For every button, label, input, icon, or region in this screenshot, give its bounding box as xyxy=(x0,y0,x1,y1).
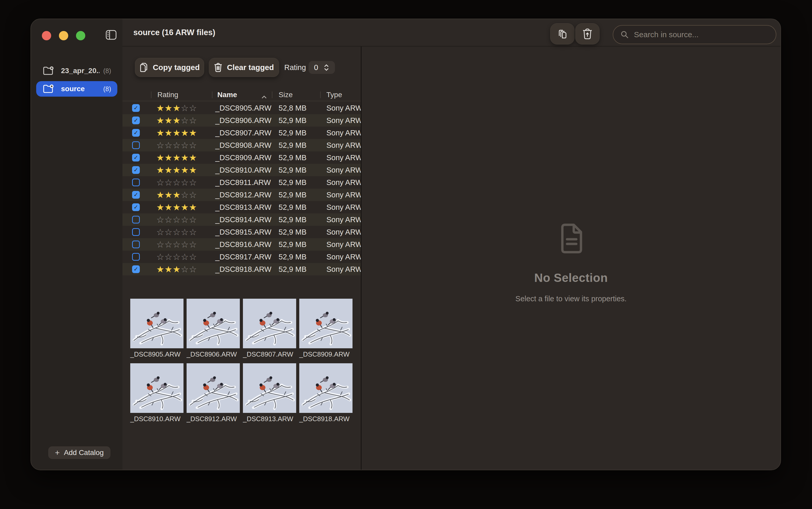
star-filled-icon[interactable]: ★ xyxy=(189,202,197,212)
star-filled-icon[interactable]: ★ xyxy=(164,165,172,175)
star-filled-icon[interactable]: ★ xyxy=(173,103,181,113)
star-empty-icon[interactable]: ☆ xyxy=(164,140,172,150)
star-empty-icon[interactable]: ☆ xyxy=(181,264,189,274)
row-rating-stars[interactable]: ☆☆☆☆☆ xyxy=(151,215,212,224)
thumbnail-item[interactable]: _DSC8912.ARW xyxy=(187,363,240,423)
star-filled-icon[interactable]: ★ xyxy=(164,103,172,113)
header-size[interactable]: Size xyxy=(272,89,320,101)
star-empty-icon[interactable]: ☆ xyxy=(181,115,189,125)
row-rating-stars[interactable]: ★★★☆☆ xyxy=(151,191,212,199)
header-rating[interactable]: Rating xyxy=(151,89,212,101)
star-empty-icon[interactable]: ☆ xyxy=(173,239,181,249)
table-row[interactable]: ☆☆☆☆☆_DSC8911.ARW52,9 MBSony ARW r xyxy=(123,176,361,189)
search-input[interactable] xyxy=(634,30,769,39)
row-rating-stars[interactable]: ★★★★★ xyxy=(151,203,212,212)
star-filled-icon[interactable]: ★ xyxy=(173,190,181,200)
star-empty-icon[interactable]: ☆ xyxy=(189,140,197,150)
close-window-button[interactable] xyxy=(42,31,51,40)
rating-stepper[interactable]: 0 xyxy=(309,61,335,74)
sidebar-toggle-icon[interactable] xyxy=(105,29,117,40)
star-empty-icon[interactable]: ☆ xyxy=(156,227,164,237)
row-checkbox[interactable] xyxy=(132,141,140,149)
row-checkbox[interactable]: ✓ xyxy=(132,203,140,211)
star-filled-icon[interactable]: ★ xyxy=(189,128,197,138)
star-empty-icon[interactable]: ☆ xyxy=(189,103,197,113)
star-empty-icon[interactable]: ☆ xyxy=(156,215,164,225)
star-empty-icon[interactable]: ☆ xyxy=(156,252,164,262)
star-filled-icon[interactable]: ★ xyxy=(173,115,181,125)
star-filled-icon[interactable]: ★ xyxy=(173,264,181,274)
table-row[interactable]: ✓★★★★★_DSC8907.ARW52,9 MBSony ARW r xyxy=(123,127,361,139)
star-filled-icon[interactable]: ★ xyxy=(156,264,164,274)
row-checkbox[interactable]: ✓ xyxy=(132,265,140,273)
star-empty-icon[interactable]: ☆ xyxy=(181,239,189,249)
row-checkbox[interactable] xyxy=(132,178,140,186)
star-filled-icon[interactable]: ★ xyxy=(156,202,164,212)
row-rating-stars[interactable]: ★★★☆☆ xyxy=(151,116,212,125)
star-filled-icon[interactable]: ★ xyxy=(156,190,164,200)
delete-toolbar-button[interactable] xyxy=(575,23,600,44)
star-filled-icon[interactable]: ★ xyxy=(181,153,189,163)
row-checkbox[interactable] xyxy=(132,241,140,248)
star-empty-icon[interactable]: ☆ xyxy=(173,140,181,150)
star-filled-icon[interactable]: ★ xyxy=(156,153,164,163)
thumbnail-item[interactable]: _DSC8906.ARW xyxy=(187,299,240,359)
row-rating-stars[interactable]: ☆☆☆☆☆ xyxy=(151,141,212,149)
star-filled-icon[interactable]: ★ xyxy=(164,115,172,125)
star-filled-icon[interactable]: ★ xyxy=(173,153,181,163)
row-checkbox[interactable]: ✓ xyxy=(132,191,140,199)
add-catalog-button[interactable]: + Add Catalog xyxy=(48,446,110,459)
copy-toolbar-button[interactable] xyxy=(550,23,575,44)
row-rating-stars[interactable]: ☆☆☆☆☆ xyxy=(151,178,212,187)
star-filled-icon[interactable]: ★ xyxy=(156,128,164,138)
table-row[interactable]: ✓★★★☆☆_DSC8906.ARW52,9 MBSony ARW r xyxy=(123,114,361,127)
row-checkbox[interactable] xyxy=(132,216,140,224)
star-empty-icon[interactable]: ☆ xyxy=(181,103,189,113)
row-checkbox[interactable]: ✓ xyxy=(132,129,140,137)
star-filled-icon[interactable]: ★ xyxy=(164,202,172,212)
star-filled-icon[interactable]: ★ xyxy=(181,202,189,212)
star-filled-icon[interactable]: ★ xyxy=(173,128,181,138)
sidebar-item-source[interactable]: source(8) xyxy=(36,81,117,97)
star-empty-icon[interactable]: ☆ xyxy=(173,215,181,225)
star-empty-icon[interactable]: ☆ xyxy=(164,177,172,187)
row-rating-stars[interactable]: ★★★★★ xyxy=(151,166,212,174)
row-rating-stars[interactable]: ★★★☆☆ xyxy=(151,104,212,112)
star-empty-icon[interactable]: ☆ xyxy=(156,140,164,150)
thumbnail-item[interactable]: _DSC8905.ARW xyxy=(130,299,183,359)
row-rating-stars[interactable]: ☆☆☆☆☆ xyxy=(151,252,212,261)
sidebar-item-23-apr-20-[interactable]: 23_apr_20...(8) xyxy=(36,63,117,78)
table-row[interactable]: ☆☆☆☆☆_DSC8908.ARW52,9 MBSony ARW r xyxy=(123,139,361,151)
star-empty-icon[interactable]: ☆ xyxy=(164,239,172,249)
minimize-window-button[interactable] xyxy=(59,31,68,40)
table-row[interactable]: ☆☆☆☆☆_DSC8914.ARW52,9 MBSony ARW r xyxy=(123,213,361,226)
thumbnail-item[interactable]: _DSC8918.ARW xyxy=(299,363,352,423)
row-checkbox[interactable]: ✓ xyxy=(132,116,140,124)
thumbnail-item[interactable]: _DSC8909.ARW xyxy=(299,299,352,359)
row-rating-stars[interactable]: ★★★☆☆ xyxy=(151,265,212,274)
clear-tagged-button[interactable]: Clear tagged xyxy=(209,58,279,77)
star-filled-icon[interactable]: ★ xyxy=(189,153,197,163)
thumbnail-item[interactable]: _DSC8907.ARW xyxy=(243,299,296,359)
row-rating-stars[interactable]: ★★★★★ xyxy=(151,153,212,162)
star-filled-icon[interactable]: ★ xyxy=(156,165,164,175)
zoom-window-button[interactable] xyxy=(76,31,85,40)
table-row[interactable]: ✓★★★★★_DSC8910.ARW52,9 MBSony ARW r xyxy=(123,164,361,176)
star-empty-icon[interactable]: ☆ xyxy=(189,227,197,237)
row-rating-stars[interactable]: ★★★★★ xyxy=(151,128,212,137)
star-empty-icon[interactable]: ☆ xyxy=(181,215,189,225)
table-row[interactable]: ☆☆☆☆☆_DSC8916.ARW52,9 MBSony ARW r xyxy=(123,238,361,250)
star-empty-icon[interactable]: ☆ xyxy=(181,227,189,237)
table-row[interactable]: ✓★★★☆☆_DSC8912.ARW52,9 MBSony ARW r xyxy=(123,189,361,201)
star-filled-icon[interactable]: ★ xyxy=(173,165,181,175)
star-empty-icon[interactable]: ☆ xyxy=(181,140,189,150)
table-row[interactable]: ☆☆☆☆☆_DSC8917.ARW52,9 MBSony ARW r xyxy=(123,250,361,263)
star-empty-icon[interactable]: ☆ xyxy=(181,252,189,262)
row-checkbox[interactable]: ✓ xyxy=(132,154,140,162)
star-filled-icon[interactable]: ★ xyxy=(189,165,197,175)
star-filled-icon[interactable]: ★ xyxy=(164,153,172,163)
row-rating-stars[interactable]: ☆☆☆☆☆ xyxy=(151,228,212,236)
star-empty-icon[interactable]: ☆ xyxy=(189,115,197,125)
star-empty-icon[interactable]: ☆ xyxy=(164,215,172,225)
star-filled-icon[interactable]: ★ xyxy=(164,128,172,138)
